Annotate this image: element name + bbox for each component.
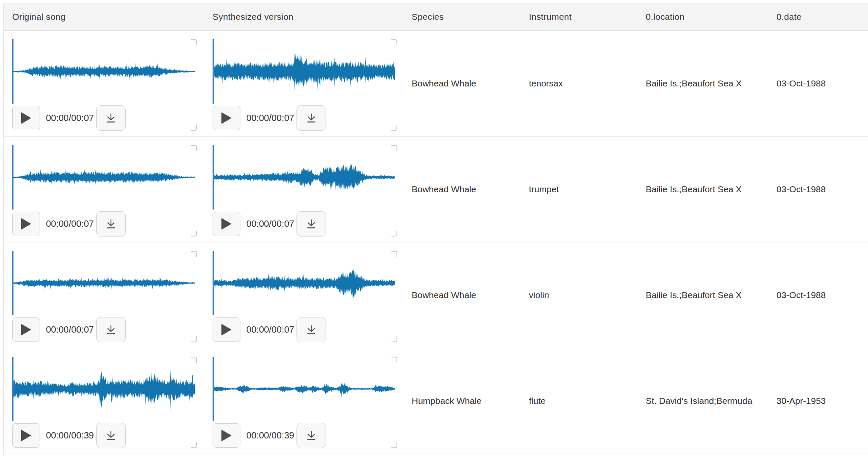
play-button[interactable]: [12, 212, 40, 236]
playback-cursor: [12, 145, 13, 210]
play-icon: [21, 430, 31, 441]
play-button[interactable]: [213, 106, 240, 130]
location-cell: Bailie Is.;Beaufort Sea X: [637, 242, 768, 348]
waveform[interactable]: [213, 357, 395, 421]
location-cell: Bailie Is.;Beaufort Sea X: [637, 137, 768, 242]
play-icon: [221, 112, 232, 124]
original-audio-player-controls: 00:00/00:07: [12, 105, 195, 131]
synthesized-audio-player-controls: 00:00/00:07: [213, 317, 395, 342]
waveform[interactable]: [213, 39, 395, 104]
download-button[interactable]: [96, 211, 126, 237]
original-audio-player: 00:00/00:07: [12, 145, 195, 237]
download-button[interactable]: [96, 105, 126, 131]
time-display: 00:00/00:07: [246, 219, 297, 229]
column-header-location: 0.location: [637, 3, 768, 30]
waveform[interactable]: [12, 39, 195, 104]
date-cell: 03-Oct-1988: [768, 31, 868, 136]
playback-cursor: [213, 357, 214, 421]
table-header-row: Original song Synthesized version Specie…: [4, 3, 868, 31]
results-table: Original song Synthesized version Specie…: [3, 3, 868, 454]
instrument-cell: violin: [520, 242, 637, 348]
download-icon: [305, 429, 318, 442]
column-header-instrument: Instrument: [520, 3, 637, 30]
download-button[interactable]: [297, 317, 326, 342]
download-button[interactable]: [96, 317, 126, 342]
download-icon: [105, 112, 117, 124]
play-icon: [221, 218, 232, 230]
play-icon: [221, 430, 232, 441]
waveform[interactable]: [213, 251, 395, 315]
original-audio-player-waveform-area: [12, 251, 195, 315]
original-audio-player: 00:00/00:39: [12, 357, 195, 448]
date-cell: 03-Oct-1988: [768, 242, 868, 348]
original-song-cell: 00:00/00:07: [4, 242, 204, 348]
waveform[interactable]: [12, 357, 195, 421]
play-icon: [21, 324, 31, 336]
play-button[interactable]: [12, 423, 40, 448]
synthesized-audio-player: 00:00/00:07: [213, 251, 395, 342]
original-audio-player-controls: 00:00/00:39: [12, 423, 195, 448]
synthesized-version-cell: 00:00/00:39: [204, 348, 403, 454]
time-display: 00:00/00:39: [46, 430, 96, 441]
location-cell: St. David's Island;Bermuda: [637, 348, 768, 454]
play-button[interactable]: [213, 212, 240, 236]
time-display: 00:00/00:07: [46, 113, 96, 124]
species-cell: Humpback Whale: [403, 348, 520, 454]
time-display: 00:00/00:07: [246, 325, 297, 335]
date-cell: 03-Oct-1988: [768, 137, 868, 242]
waveform[interactable]: [12, 145, 195, 210]
table-row: 00:00/00:0700:00/00:07Bowhead Whalevioli…: [4, 242, 868, 348]
download-icon: [305, 218, 318, 230]
waveform[interactable]: [12, 251, 195, 315]
synthesized-audio-player: 00:00/00:07: [213, 145, 395, 237]
download-button[interactable]: [297, 211, 326, 237]
play-icon: [21, 112, 31, 124]
download-icon: [105, 218, 117, 230]
instrument-cell: flute: [520, 348, 637, 454]
download-icon: [305, 112, 318, 124]
original-audio-player: 00:00/00:07: [12, 39, 195, 131]
original-audio-player-waveform-area: [12, 39, 195, 104]
original-song-cell: 00:00/00:39: [4, 348, 204, 454]
time-display: 00:00/00:39: [246, 430, 297, 441]
table-row: 00:00/00:3900:00/00:39Humpback Whaleflut…: [4, 348, 868, 454]
instrument-cell: tenorsax: [520, 31, 637, 136]
time-display: 00:00/00:07: [46, 219, 96, 229]
original-audio-player-waveform-area: [12, 145, 195, 210]
synthesized-audio-player-waveform-area: [213, 251, 395, 315]
column-header-original-song: Original song: [4, 3, 204, 30]
synthesized-audio-player-controls: 00:00/00:07: [213, 105, 395, 131]
playback-cursor: [12, 39, 13, 104]
synthesized-audio-player: 00:00/00:07: [213, 39, 395, 131]
download-icon: [105, 323, 117, 336]
original-audio-player: 00:00/00:07: [12, 251, 195, 342]
column-header-synthesized-version: Synthesized version: [204, 3, 403, 30]
synthesized-version-cell: 00:00/00:07: [204, 137, 403, 242]
playback-cursor: [213, 145, 214, 210]
column-header-date: 0.date: [768, 3, 868, 30]
original-song-cell: 00:00/00:07: [4, 137, 204, 242]
play-button[interactable]: [213, 317, 240, 342]
synthesized-audio-player-waveform-area: [213, 145, 395, 210]
playback-cursor: [12, 251, 13, 315]
original-audio-player-controls: 00:00/00:07: [12, 317, 195, 342]
synthesized-version-cell: 00:00/00:07: [204, 31, 403, 136]
synthesized-audio-player-waveform-area: [213, 39, 395, 104]
play-button[interactable]: [12, 106, 40, 130]
download-button[interactable]: [297, 423, 326, 448]
original-audio-player-controls: 00:00/00:07: [12, 211, 195, 237]
play-icon: [21, 218, 31, 230]
table-row: 00:00/00:0700:00/00:07Bowhead Whaletenor…: [4, 31, 868, 137]
download-button[interactable]: [96, 423, 126, 448]
waveform[interactable]: [213, 145, 395, 210]
column-header-species: Species: [403, 3, 520, 30]
table-body: 00:00/00:0700:00/00:07Bowhead Whaletenor…: [4, 31, 868, 454]
date-cell: 30-Apr-1953: [768, 348, 868, 454]
play-button[interactable]: [12, 317, 40, 342]
play-button[interactable]: [213, 423, 240, 448]
original-audio-player-waveform-area: [12, 357, 195, 421]
download-button[interactable]: [297, 105, 326, 131]
synthesized-audio-player: 00:00/00:39: [213, 357, 395, 448]
download-icon: [305, 323, 318, 336]
synthesized-audio-player-waveform-area: [213, 357, 395, 421]
